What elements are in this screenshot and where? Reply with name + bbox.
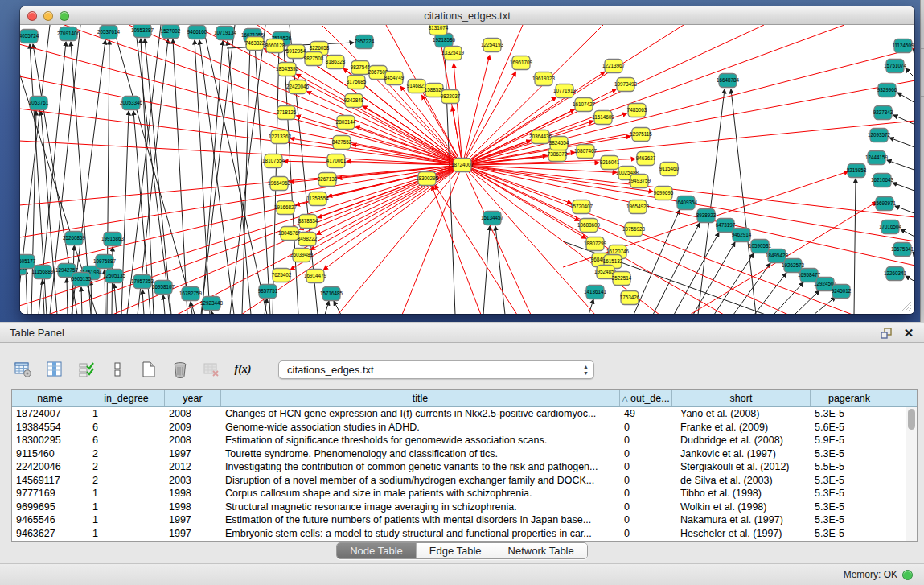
- table-cell[interactable]: 2012: [165, 460, 221, 474]
- window-resize-grip[interactable]: [901, 300, 912, 311]
- graph-node[interactable]: 15720407: [570, 200, 593, 214]
- table-row[interactable]: 1872400712008Changes of HCN gene express…: [12, 407, 917, 421]
- table-cell[interactable]: 0: [620, 513, 672, 527]
- graph-node[interactable]: 16648784: [717, 74, 740, 88]
- table-scrollbar-thumb[interactable]: [908, 409, 915, 430]
- graph-node[interactable]: 9857751: [258, 285, 278, 299]
- table-cell[interactable]: 0: [620, 447, 672, 461]
- graph-node[interactable]: 16107427: [573, 98, 596, 112]
- graph-node[interactable]: 10688609: [577, 219, 601, 233]
- graph-node[interactable]: 11124509: [892, 39, 914, 53]
- table-cell[interactable]: 0: [620, 487, 672, 501]
- graph-node[interactable]: 8498222: [298, 233, 318, 246]
- function-builder-icon[interactable]: f(x): [232, 359, 253, 380]
- column-checklist-icon[interactable]: [76, 359, 97, 380]
- graph-node[interactable]: 18807299: [584, 237, 607, 251]
- table-cell[interactable]: Dudbridge et al. (2008): [672, 434, 811, 447]
- tab-network-table[interactable]: Network Table: [495, 543, 587, 558]
- graph-node[interactable]: 19493759: [628, 175, 651, 188]
- table-cell[interactable]: 6: [88, 434, 165, 447]
- table-cell[interactable]: 5.3E-5: [811, 501, 888, 514]
- graph-node[interactable]: 19915863: [101, 233, 125, 246]
- graph-node[interactable]: 2522514: [612, 272, 632, 286]
- graph-node[interactable]: 11514609: [592, 111, 614, 125]
- graph-node[interactable]: 8878334: [298, 215, 318, 229]
- graph-node[interactable]: 15692971: [873, 197, 897, 211]
- table-settings-icon[interactable]: [13, 359, 34, 380]
- table-cell[interactable]: 18724007: [12, 407, 88, 421]
- graph-node[interactable]: 9699695: [654, 187, 674, 200]
- graph-node[interactable]: 14136141: [584, 286, 607, 299]
- graph-node[interactable]: 5905135: [72, 273, 92, 286]
- table-cell[interactable]: 5.5E-5: [811, 460, 888, 474]
- graph-node[interactable]: 27691406: [57, 27, 80, 41]
- table-cell[interactable]: 14569117: [12, 474, 88, 488]
- graph-node[interactable]: 16961709: [510, 56, 533, 70]
- graph-node[interactable]: 18300295: [416, 172, 439, 186]
- table-cell[interactable]: 1: [88, 527, 165, 541]
- table-cell[interactable]: 0: [620, 421, 672, 435]
- table-cell[interactable]: 1: [88, 501, 165, 514]
- graph-node[interactable]: 8215958: [847, 164, 867, 178]
- table-cell[interactable]: 18300295: [12, 434, 88, 447]
- graph-node[interactable]: 12213967: [602, 60, 626, 73]
- table-cell[interactable]: 5.3E-5: [811, 527, 888, 541]
- table-cell[interactable]: 9115460: [12, 447, 88, 461]
- table-cell[interactable]: 5.3E-5: [811, 487, 888, 501]
- table-cell[interactable]: Stergiakouli et al. (2012): [672, 460, 811, 474]
- table-cell[interactable]: 2009: [165, 421, 221, 435]
- table-row[interactable]: 1830029562008Estimation of significance …: [12, 434, 917, 447]
- table-cell[interactable]: 1998: [165, 487, 221, 501]
- graph-node[interactable]: 1527002: [161, 25, 181, 39]
- graph-node[interactable]: 7957224: [355, 35, 375, 49]
- table-cell[interactable]: 5.3E-5: [811, 513, 888, 527]
- graph-node[interactable]: 8505177: [20, 255, 36, 269]
- graph-node[interactable]: 15751074: [884, 60, 907, 73]
- table-row[interactable]: 977716911998Corpus callosum shape and si…: [12, 487, 917, 501]
- table-cell[interactable]: 22420046: [12, 460, 88, 474]
- column-header-name[interactable]: name: [12, 390, 88, 406]
- graph-node[interactable]: 8938923: [696, 209, 717, 223]
- graph-node[interactable]: 15134457: [481, 212, 504, 225]
- table-cell[interactable]: 6: [88, 421, 165, 435]
- table-selector-dropdown[interactable]: citations_edges.txt ▲▼: [278, 360, 594, 379]
- table-cell[interactable]: Yano et al. (2008): [672, 407, 811, 421]
- table-cell[interactable]: 9465546: [12, 513, 88, 527]
- column-header-short[interactable]: short: [672, 390, 811, 406]
- table-cell[interactable]: 1997: [165, 527, 221, 541]
- graph-node[interactable]: 11156889: [31, 266, 54, 279]
- table-row[interactable]: 969969511998Structural magnetic resonanc…: [12, 501, 917, 514]
- table-cell[interactable]: 5.3E-5: [811, 407, 888, 421]
- graph-node[interactable]: 12975115: [630, 128, 652, 142]
- graph-node[interactable]: 17957253: [131, 275, 154, 289]
- toggle-columns-icon[interactable]: [44, 359, 65, 380]
- graph-node[interactable]: 9466160: [187, 26, 207, 39]
- table-cell[interactable]: 2008: [165, 434, 221, 447]
- graph-node[interactable]: 22420046: [286, 80, 310, 94]
- table-cell[interactable]: 1: [88, 487, 165, 501]
- graph-node[interactable]: 25260859: [63, 232, 86, 245]
- graph-node[interactable]: 1753426: [620, 291, 640, 305]
- table-cell[interactable]: 2: [88, 447, 165, 461]
- table-cell[interactable]: Estimation of significance thresholds fo…: [221, 434, 620, 447]
- graph-node[interactable]: 2053761: [29, 97, 49, 110]
- tab-node-table[interactable]: Node Table: [337, 543, 417, 558]
- graph-node[interactable]: 9822037: [441, 90, 461, 104]
- table-cell[interactable]: Estimation of the future numbers of pati…: [221, 513, 620, 527]
- graph-node[interactable]: 18724007: [451, 159, 474, 172]
- new-table-icon[interactable]: [138, 359, 159, 380]
- table-cell[interactable]: Nakamura et al. (1997): [672, 513, 811, 527]
- graph-node[interactable]: 20537614: [97, 26, 121, 39]
- graph-node[interactable]: 16409354: [675, 196, 698, 210]
- column-header-in_degree[interactable]: in_degree: [88, 390, 165, 406]
- table-row[interactable]: 2242004622012Investigating the contribut…: [12, 460, 917, 474]
- graph-node[interactable]: 10719134: [214, 27, 237, 40]
- graph-node[interactable]: 12213363: [269, 130, 292, 144]
- graph-node[interactable]: 3824554: [549, 137, 569, 150]
- table-scrollbar[interactable]: [906, 407, 917, 542]
- graph-node[interactable]: 7625402: [272, 269, 292, 282]
- window-titlebar[interactable]: citations_edges.txt: [20, 6, 914, 25]
- graph-node[interactable]: 19166827: [274, 201, 298, 215]
- table-cell[interactable]: 0: [620, 474, 672, 488]
- graph-node[interactable]: 9242848: [344, 94, 364, 108]
